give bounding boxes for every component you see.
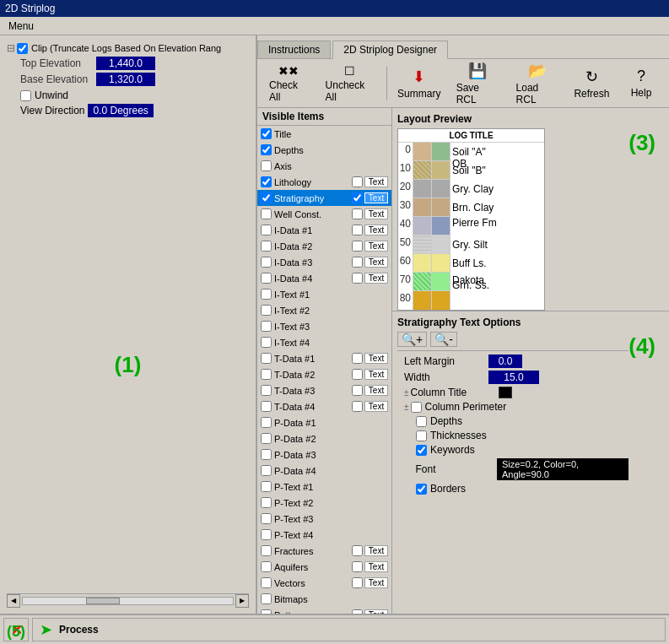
- visible-item-text-checkbox[interactable]: [352, 545, 363, 556]
- view-direction-value[interactable]: 0.0 Degrees: [88, 104, 153, 117]
- base-elevation-value[interactable]: 1,320.0: [96, 73, 155, 86]
- visible-item-checkbox[interactable]: [261, 176, 272, 187]
- visible-item-row[interactable]: T-Data #1Text: [257, 350, 391, 366]
- visible-item-checkbox[interactable]: [261, 529, 272, 540]
- visible-item-text-checkbox[interactable]: [352, 401, 363, 412]
- visible-item-checkbox[interactable]: [261, 337, 272, 348]
- visible-item-text-checkbox[interactable]: [352, 385, 363, 396]
- expand-icon[interactable]: ⊟: [7, 42, 15, 54]
- save-rcl-button[interactable]: 💾 Save RCL: [451, 60, 504, 107]
- visible-item-checkbox[interactable]: [261, 192, 272, 203]
- visible-item-checkbox[interactable]: [261, 513, 272, 524]
- visible-item-row[interactable]: I-Text #2: [257, 302, 391, 318]
- visible-item-checkbox[interactable]: [261, 577, 272, 588]
- column-title-color[interactable]: [499, 387, 512, 398]
- visible-item-text-checkbox[interactable]: [352, 369, 363, 380]
- visible-item-checkbox[interactable]: [261, 208, 272, 219]
- visible-item-text-checkbox[interactable]: [352, 353, 363, 364]
- uncheck-all-button[interactable]: ☐ Uncheck All: [321, 62, 380, 105]
- visible-item-text-checkbox[interactable]: [352, 225, 363, 235]
- visible-item-row[interactable]: FracturesText: [257, 543, 391, 559]
- process-button[interactable]: ➤ Process: [32, 618, 666, 641]
- visible-item-text-checkbox[interactable]: [352, 257, 363, 268]
- visible-item-row[interactable]: I-Data #2Text: [257, 238, 391, 254]
- visible-item-row[interactable]: Title: [257, 126, 391, 142]
- visible-item-row[interactable]: I-Data #4Text: [257, 270, 391, 286]
- help-button[interactable]: ? Help: [620, 66, 662, 100]
- unwind-checkbox[interactable]: [20, 90, 31, 101]
- visible-item-text-checkbox[interactable]: [352, 241, 363, 252]
- visible-item-checkbox[interactable]: [261, 128, 272, 139]
- thicknesses-checkbox[interactable]: [416, 430, 427, 441]
- summary-button[interactable]: ⬇ Summary: [394, 66, 445, 101]
- tab-designer[interactable]: 2D Striplog Designer: [332, 41, 448, 59]
- visible-item-row[interactable]: P-Text #2: [257, 495, 391, 511]
- column-title-expand[interactable]: ±: [404, 388, 409, 398]
- column-perimeter-checkbox[interactable]: [411, 402, 422, 413]
- visible-item-row[interactable]: I-Text #3: [257, 318, 391, 334]
- visible-item-row[interactable]: P-Text #4: [257, 527, 391, 543]
- visible-item-row[interactable]: P-Text #3: [257, 511, 391, 527]
- visible-item-text-checkbox[interactable]: [352, 577, 363, 588]
- visible-item-checkbox[interactable]: [261, 449, 272, 460]
- visible-item-checkbox[interactable]: [261, 289, 272, 300]
- visible-item-text-checkbox[interactable]: [352, 176, 363, 187]
- visible-item-checkbox[interactable]: [261, 433, 272, 444]
- keywords-checkbox[interactable]: [416, 445, 427, 456]
- visible-item-checkbox[interactable]: [261, 465, 272, 476]
- visible-item-checkbox[interactable]: [261, 481, 272, 492]
- zoom-out-button[interactable]: 🔍-: [430, 332, 457, 347]
- visible-item-row[interactable]: I-Data #3Text: [257, 254, 391, 270]
- visible-item-row[interactable]: StratigraphyText: [257, 190, 391, 206]
- visible-item-row[interactable]: Axis: [257, 158, 391, 174]
- visible-item-row[interactable]: P-Data #1: [257, 414, 391, 430]
- menu-item-menu[interactable]: Menu: [3, 19, 39, 34]
- visible-item-row[interactable]: PatternsText: [257, 607, 391, 614]
- visible-item-checkbox[interactable]: [261, 305, 272, 316]
- clip-tree-item[interactable]: ⊟ Clip (Truncate Logs Based On Elevation…: [7, 42, 249, 54]
- visible-item-checkbox[interactable]: [261, 593, 272, 604]
- left-margin-value[interactable]: 0.0: [488, 354, 522, 368]
- visible-item-row[interactable]: Well Const.Text: [257, 206, 391, 222]
- visible-item-row[interactable]: I-Text #1: [257, 286, 391, 302]
- top-elevation-value[interactable]: 1,440.0: [96, 57, 155, 70]
- visible-item-checkbox[interactable]: [261, 257, 272, 268]
- visible-item-row[interactable]: T-Data #2Text: [257, 366, 391, 382]
- visible-item-row[interactable]: P-Data #4: [257, 463, 391, 479]
- visible-item-checkbox[interactable]: [261, 144, 272, 155]
- visible-item-row[interactable]: P-Data #3: [257, 446, 391, 463]
- visible-item-checkbox[interactable]: [261, 160, 272, 171]
- visible-item-checkbox[interactable]: [261, 273, 272, 284]
- scroll-left-btn[interactable]: ◀: [7, 594, 20, 608]
- visible-item-row[interactable]: P-Text #1: [257, 479, 391, 495]
- visible-item-row[interactable]: I-Data #1Text: [257, 222, 391, 238]
- check-all-button[interactable]: ✖✖ Check All: [264, 62, 314, 105]
- visible-item-text-checkbox[interactable]: [352, 208, 363, 219]
- visible-item-row[interactable]: Bitmaps: [257, 591, 391, 607]
- visible-item-checkbox[interactable]: [261, 561, 272, 572]
- visible-item-row[interactable]: VectorsText: [257, 575, 391, 591]
- depths-checkbox[interactable]: [416, 416, 427, 427]
- visible-item-checkbox[interactable]: [261, 545, 272, 556]
- visible-item-checkbox[interactable]: [261, 497, 272, 508]
- visible-item-checkbox[interactable]: [261, 369, 272, 380]
- visible-item-row[interactable]: LithologyText: [257, 174, 391, 190]
- visible-item-row[interactable]: T-Data #3Text: [257, 382, 391, 398]
- refresh-button[interactable]: ↻ Refresh: [570, 66, 613, 101]
- visible-item-row[interactable]: I-Text #4: [257, 334, 391, 350]
- font-value[interactable]: Size=0.2, Color=0, Angle=90.0: [497, 458, 629, 480]
- visible-item-row[interactable]: P-Data #2: [257, 430, 391, 446]
- zoom-in-button[interactable]: 🔍+: [397, 332, 427, 347]
- visible-item-checkbox[interactable]: [261, 417, 272, 428]
- width-value[interactable]: 15.0: [488, 371, 539, 384]
- visible-item-checkbox[interactable]: [261, 225, 272, 235]
- visible-item-row[interactable]: T-Data #4Text: [257, 398, 391, 414]
- load-rcl-button[interactable]: 📂 Load RCL: [511, 60, 564, 107]
- visible-item-text-checkbox[interactable]: [352, 273, 363, 284]
- scroll-right-btn[interactable]: ▶: [235, 594, 249, 608]
- clip-checkbox[interactable]: [17, 43, 28, 54]
- borders-checkbox[interactable]: [416, 484, 427, 495]
- visible-item-row[interactable]: Depths: [257, 142, 391, 158]
- visible-item-row[interactable]: AquifersText: [257, 559, 391, 575]
- visible-item-text-checkbox[interactable]: [352, 561, 363, 572]
